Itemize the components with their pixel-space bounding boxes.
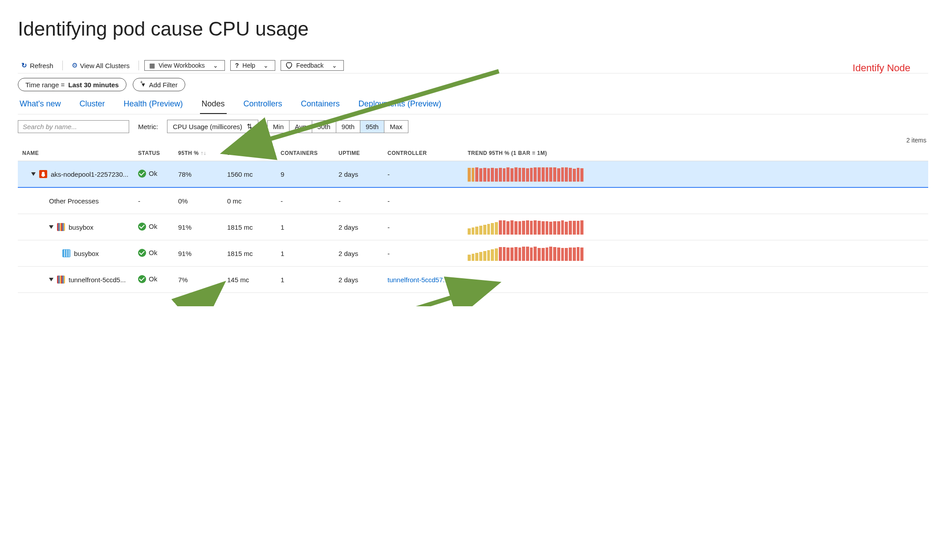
table-row[interactable]: tunnelfront-5ccd5...Ok7%145 mc12 daystun… — [18, 267, 928, 293]
chevron-down-icon: ⌄ — [263, 62, 269, 69]
tab-health-preview-[interactable]: Health (Preview) — [122, 97, 185, 114]
view-workbooks-button[interactable]: ▦ View Workbooks ⌄ — [144, 60, 225, 71]
col-95th-pct-label: 95TH % — [178, 150, 199, 156]
nodes-table: NAME STATUS 95TH %↑↓ 95TH CONTAINERS UPT… — [18, 146, 928, 293]
seg-90th[interactable]: 90th — [336, 121, 360, 133]
feedback-button[interactable]: Feedback ⌄ — [281, 60, 343, 71]
expand-caret-icon[interactable] — [49, 278, 53, 281]
tab-deployments-preview-[interactable]: Deployments (Preview) — [357, 97, 443, 114]
row-95th-pct: 78% — [174, 161, 223, 188]
expand-caret-icon[interactable] — [31, 172, 36, 176]
table-row[interactable]: busyboxOk91%1815 mc12 days- — [18, 214, 928, 240]
filter-icon: + — [140, 80, 143, 85]
row-containers: 1 — [276, 267, 334, 293]
toolbar: ↻ Refresh ⚙ View All Clusters ▦ View Wor… — [18, 58, 928, 73]
row-95th: 1560 mc — [223, 161, 276, 188]
seg-50th[interactable]: 50th — [312, 121, 336, 133]
toolbar-divider — [62, 61, 63, 70]
row-containers: 1 — [276, 214, 334, 240]
seg-avg[interactable]: Avg — [290, 121, 312, 133]
row-controller: - — [383, 214, 463, 240]
help-button[interactable]: ? Help ⌄ — [230, 60, 275, 71]
filter-pills: Time range = Last 30 minutes + ▾ Add Fil… — [18, 78, 928, 91]
row-name: busybox — [69, 223, 94, 231]
row-uptime: - — [334, 187, 383, 214]
row-containers: - — [276, 187, 334, 214]
table-row[interactable]: Other Processes-0%0 mc--- — [18, 187, 928, 214]
row-status: Ok — [134, 267, 174, 293]
row-status: - — [134, 187, 174, 214]
row-controller[interactable]: tunnelfront-5ccd57... — [383, 267, 463, 293]
search-input[interactable]: Search by name... — [18, 120, 129, 133]
refresh-button[interactable]: ↻ Refresh — [18, 60, 57, 71]
col-uptime[interactable]: UPTIME — [334, 146, 383, 161]
view-all-clusters-label: View All Clusters — [80, 62, 130, 69]
time-range-pill[interactable]: Time range = Last 30 minutes — [18, 78, 126, 91]
items-count: 2 items — [18, 137, 926, 144]
row-name: aks-nodepool1-2257230... — [51, 170, 128, 178]
col-trend[interactable]: TREND 95TH % (1 BAR = 1M) — [463, 146, 928, 161]
clusters-icon: ⚙ — [72, 61, 77, 69]
col-containers[interactable]: CONTAINERS — [276, 146, 334, 161]
row-trend — [463, 214, 928, 240]
svg-line-2 — [321, 294, 463, 306]
trend-bars — [468, 193, 583, 208]
chevron-down-icon: ⌄ — [332, 62, 337, 69]
seg-max[interactable]: Max — [384, 121, 408, 133]
trend-bars — [468, 246, 583, 261]
toolbar-divider — [139, 61, 139, 70]
check-circle-icon — [138, 170, 146, 178]
row-containers: 9 — [276, 161, 334, 188]
tab-what-s-new[interactable]: What's new — [18, 97, 62, 114]
tab-cluster[interactable]: Cluster — [77, 97, 106, 114]
col-95th[interactable]: 95TH — [223, 146, 276, 161]
slide-title: Identifying pod cause CPU usage — [18, 18, 928, 40]
row-95th-pct: 91% — [174, 240, 223, 267]
row-trend — [463, 240, 928, 267]
row-name: busybox — [74, 250, 99, 257]
chevron-down-icon: ⌄ — [213, 62, 218, 69]
expand-caret-icon[interactable] — [49, 225, 53, 229]
seg-95th[interactable]: 95th — [360, 121, 384, 133]
tab-nodes[interactable]: Nodes — [200, 97, 227, 114]
row-controller: - — [383, 187, 463, 214]
tabs: What's newClusterHealth (Preview)NodesCo… — [18, 97, 928, 114]
row-status: Ok — [134, 161, 174, 188]
col-controller[interactable]: CONTROLLER — [383, 146, 463, 161]
help-icon: ? — [235, 62, 239, 69]
metric-value: CPU Usage (millicores) — [173, 123, 242, 130]
row-uptime: 2 days — [334, 214, 383, 240]
row-95th: 1815 mc — [223, 214, 276, 240]
col-status[interactable]: STATUS — [134, 146, 174, 161]
tab-controllers[interactable]: Controllers — [242, 97, 284, 114]
trend-bars — [468, 272, 583, 287]
row-name: tunnelfront-5ccd5... — [69, 276, 126, 284]
row-95th-pct: 0% — [174, 187, 223, 214]
view-all-clusters-button[interactable]: ⚙ View All Clusters — [68, 60, 133, 71]
tab-containers[interactable]: Containers — [299, 97, 342, 114]
check-circle-icon — [138, 223, 146, 231]
metric-label: Metric: — [138, 123, 158, 130]
help-label: Help — [242, 62, 255, 69]
filters-row: Search by name... Metric: CPU Usage (mil… — [18, 120, 928, 133]
add-filter-pill[interactable]: + ▾ Add Filter — [133, 78, 185, 91]
metric-select[interactable]: CPU Usage (millicores) ⇅ — [167, 120, 258, 133]
col-name[interactable]: NAME — [18, 146, 134, 161]
table-row[interactable]: busyboxOk91%1815 mc12 days- — [18, 240, 928, 267]
search-placeholder: Search by name... — [23, 123, 77, 130]
row-status: Ok — [134, 214, 174, 240]
seg-min[interactable]: Min — [268, 121, 290, 133]
row-95th: 0 mc — [223, 187, 276, 214]
sort-arrows-icon: ↑↓ — [200, 150, 206, 156]
row-controller: - — [383, 240, 463, 267]
col-95th-pct[interactable]: 95TH %↑↓ — [174, 146, 223, 161]
heart-icon — [285, 62, 293, 69]
add-filter-label: Add Filter — [149, 81, 177, 89]
trend-bars — [468, 219, 583, 235]
table-row[interactable]: aks-nodepool1-2257230...Ok78%1560 mc92 d… — [18, 161, 928, 188]
container-icon — [62, 249, 70, 257]
time-range-label: Time range = — [25, 81, 65, 89]
row-uptime: 2 days — [334, 240, 383, 267]
workbook-icon: ▦ — [149, 62, 155, 69]
trend-bars — [468, 166, 583, 182]
